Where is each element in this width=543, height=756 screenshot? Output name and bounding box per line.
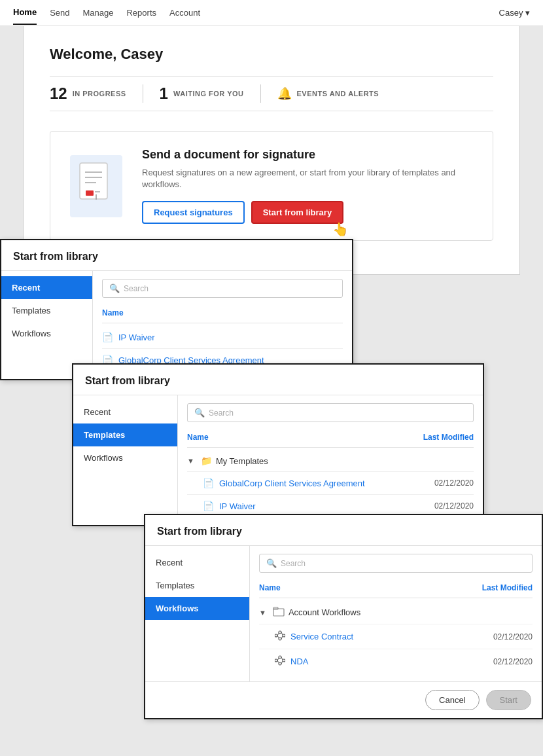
panel1-search-placeholder: Search xyxy=(124,284,149,293)
panel3-search-icon: 🔍 xyxy=(266,558,277,568)
nav-item-reports[interactable]: Reports xyxy=(126,1,156,24)
file-name: GlobalCorp Client Services Agreement xyxy=(219,478,429,488)
stat-events: 🔔 EVENTS AND ALERTS xyxy=(277,86,396,101)
start-button[interactable]: Start xyxy=(486,690,531,710)
list-item[interactable]: 📄 GlobalCorp Client Services Agreement 0… xyxy=(187,472,474,495)
nav-items: Home Send Manage Reports Account xyxy=(13,1,499,25)
svg-point-18 xyxy=(279,656,281,658)
panel3-body: Recent Templates Workflows 🔍 Search Name… xyxy=(145,546,542,681)
svg-line-21 xyxy=(277,658,279,661)
stat-label-events: EVENTS AND ALERTS xyxy=(297,90,379,98)
panel1-sidebar-templates[interactable]: Templates xyxy=(1,299,92,322)
panel2-title: Start from library xyxy=(73,365,483,395)
panel3-sidebar-templates[interactable]: Templates xyxy=(145,574,249,597)
folder-name: Account Workflows xyxy=(289,607,360,617)
send-card-buttons: Request signatures Start from library 👆 xyxy=(142,201,473,224)
file-name: Service Contract xyxy=(290,632,488,641)
panel3-col-name: Name xyxy=(259,583,281,592)
panel2-body: Recent Templates Workflows 🔍 Search Name… xyxy=(73,395,483,525)
svg-point-20 xyxy=(283,659,285,662)
panel2-sidebar-workflows[interactable]: Workflows xyxy=(73,446,177,469)
start-from-library-button[interactable]: Start from library 👆 xyxy=(251,201,343,224)
panel3-content: 🔍 Search Name Last Modified ▼ Accou xyxy=(250,546,542,681)
nav-item-home[interactable]: Home xyxy=(13,1,37,25)
folder-name: My Templates xyxy=(216,456,268,466)
file-date: 02/12/2020 xyxy=(434,478,474,488)
nav-item-manage[interactable]: Manage xyxy=(83,1,114,24)
file-name: IP Waiver xyxy=(219,501,429,511)
panel1-title: Start from library xyxy=(1,240,352,271)
svg-rect-7 xyxy=(273,609,284,616)
panel3-search-box[interactable]: 🔍 Search xyxy=(259,554,533,573)
panel2-sidebar: Recent Templates Workflows xyxy=(73,395,178,525)
svg-rect-4 xyxy=(86,190,94,196)
folder-row[interactable]: ▼ 📁 My Templates xyxy=(187,450,474,472)
svg-point-17 xyxy=(275,659,277,662)
stats-row: 12 IN PROGRESS 1 WAITING FOR YOU 🔔 EVENT… xyxy=(50,76,493,111)
svg-point-10 xyxy=(279,631,281,634)
send-document-card: Send a document for signature Request si… xyxy=(50,131,493,241)
panel3-col-modified: Last Modified xyxy=(482,583,533,592)
folder-icon: 📁 xyxy=(201,456,212,466)
stat-label-waiting: WAITING FOR YOU xyxy=(173,90,244,98)
svg-line-16 xyxy=(281,636,283,639)
svg-point-9 xyxy=(275,634,277,637)
panel3-search-placeholder: Search xyxy=(281,559,306,568)
file-name: IP Waiver xyxy=(118,333,343,342)
svg-line-24 xyxy=(281,661,283,664)
stat-number-waiting: 1 xyxy=(160,84,168,103)
file-date: 02/12/2020 xyxy=(493,657,533,666)
panel2-col-header: Name Last Modified xyxy=(187,430,474,448)
file-date: 02/12/2020 xyxy=(493,632,533,641)
panel3-sidebar-workflows[interactable]: Workflows xyxy=(145,597,249,620)
panel3-footer: Cancel Start xyxy=(145,681,542,718)
panel1-col-header: Name xyxy=(102,306,343,323)
svg-line-15 xyxy=(281,632,283,635)
svg-line-22 xyxy=(277,660,279,663)
send-card-description: Request signatures on a new agreement, o… xyxy=(142,167,473,190)
stat-number-in-progress: 12 xyxy=(50,84,67,103)
workflow-folder-icon xyxy=(273,606,285,619)
request-signatures-button[interactable]: Request signatures xyxy=(142,201,245,224)
panel2-search-placeholder: Search xyxy=(209,408,234,418)
list-item[interactable]: 📄 IP Waiver xyxy=(102,326,343,349)
panel2-sidebar-recent[interactable]: Recent xyxy=(73,401,177,423)
panel1-search-icon: 🔍 xyxy=(109,283,120,293)
document-illustration xyxy=(70,155,122,217)
bell-icon: 🔔 xyxy=(277,86,292,101)
svg-point-12 xyxy=(283,634,285,637)
panel2-sidebar-templates[interactable]: Templates xyxy=(73,423,177,446)
stat-label-in-progress: IN PROGRESS xyxy=(73,90,126,98)
top-navigation: Home Send Manage Reports Account Casey ▾ xyxy=(0,0,543,26)
nav-item-send[interactable]: Send xyxy=(50,1,69,24)
panel1-sidebar-recent[interactable]: Recent xyxy=(1,276,92,299)
user-menu[interactable]: Casey ▾ xyxy=(499,8,530,18)
cancel-button[interactable]: Cancel xyxy=(425,690,479,710)
nav-item-account[interactable]: Account xyxy=(169,1,200,24)
panel3-sidebar: Recent Templates Workflows xyxy=(145,546,250,681)
panel2-col-name: Name xyxy=(187,433,209,442)
panel3-sidebar-recent[interactable]: Recent xyxy=(145,551,249,574)
send-card-title: Send a document for signature xyxy=(142,148,473,162)
panel2-content: 🔍 Search Name Last Modified ▼ 📁 My Templ… xyxy=(178,395,483,525)
svg-line-14 xyxy=(277,636,279,638)
list-item[interactable]: NDA 02/12/2020 xyxy=(259,649,533,674)
panel3-col-header: Name Last Modified xyxy=(259,581,533,598)
stat-waiting: 1 WAITING FOR YOU xyxy=(160,84,261,103)
main-page: Welcome, Casey 12 IN PROGRESS 1 WAITING … xyxy=(23,26,520,275)
send-card-content: Send a document for signature Request si… xyxy=(142,148,473,224)
workflow-icon xyxy=(275,655,285,668)
library-panel-workflows: Start from library Recent Templates Work… xyxy=(144,514,543,719)
folder-row[interactable]: ▼ Account Workflows xyxy=(259,601,533,624)
file-date: 02/12/2020 xyxy=(434,501,474,511)
library-panel-templates: Start from library Recent Templates Work… xyxy=(72,363,484,526)
document-icon: 📄 xyxy=(102,332,113,342)
panel1-search-box[interactable]: 🔍 Search xyxy=(102,279,343,298)
list-item[interactable]: Service Contract 02/12/2020 xyxy=(259,624,533,649)
library-panel-recent: Start from library Recent Templates Work… xyxy=(0,239,353,380)
document-icon: 📄 xyxy=(203,501,214,511)
chevron-down-icon: ▼ xyxy=(259,609,266,617)
panel2-search-box[interactable]: 🔍 Search xyxy=(187,403,474,422)
workflow-icon xyxy=(275,630,285,643)
panel1-sidebar-workflows[interactable]: Workflows xyxy=(1,322,92,345)
